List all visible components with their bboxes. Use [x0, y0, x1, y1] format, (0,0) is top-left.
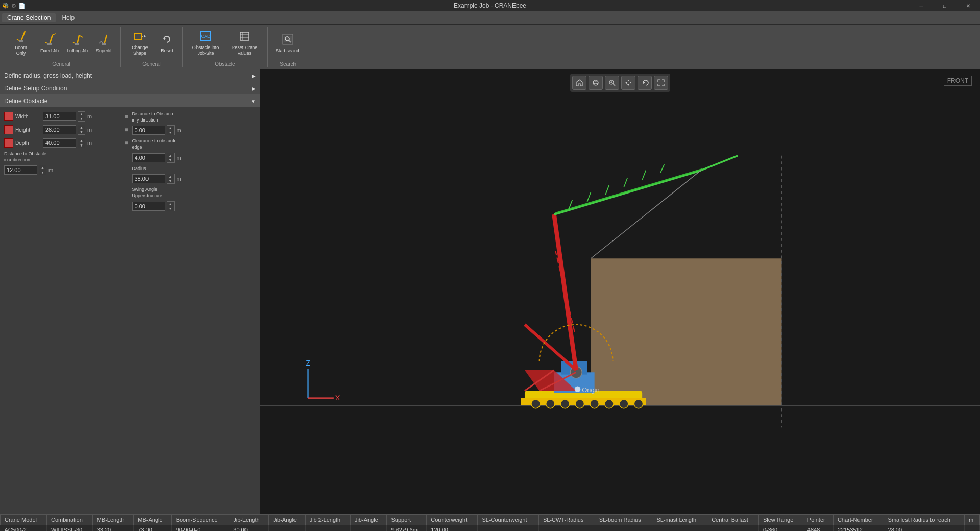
col-slew-range[interactable]: Slew Range — [758, 515, 803, 525]
depth-label: Depth — [15, 140, 41, 146]
depth-input[interactable] — [43, 138, 76, 148]
svg-rect-2 — [19, 40, 23, 42]
boom-only-button[interactable]: Boom Only — [6, 27, 36, 59]
swing-dn[interactable]: ▼ — [167, 206, 174, 211]
col-jib-length[interactable]: Jib-Length — [229, 515, 269, 525]
section-radius-height-header[interactable]: Define radius, gross load, height ▶ — [0, 69, 260, 82]
section-obstacle-label: Define Obstacle — [4, 98, 47, 105]
depth-icon[interactable] — [4, 138, 13, 148]
col-boom-sequence[interactable]: Boom-Sequence — [172, 515, 229, 525]
pan-button[interactable] — [621, 76, 635, 90]
col-m[interactable]: m — [965, 515, 980, 525]
col-smallest-radius[interactable]: Smallest Radius to reach — [884, 515, 965, 525]
luffing-jib-label: Luffing Jib — [67, 48, 88, 54]
col-sl-cwt-radius[interactable]: SL-CWT-Radius — [538, 515, 595, 525]
depth-up[interactable]: ▲ — [78, 138, 85, 143]
dist-x-input[interactable] — [4, 165, 37, 175]
swing-input[interactable] — [132, 202, 165, 211]
depth-dn[interactable]: ▼ — [78, 143, 85, 148]
reset-button[interactable]: Reset — [156, 30, 178, 56]
col-mb-angle[interactable]: MB-Angle — [134, 515, 172, 525]
results-table: Crane Model Combination MB-Length MB-Ang… — [0, 514, 980, 531]
section-setup-condition: Define Setup Condition ▶ — [0, 82, 260, 95]
zoom-fit-button[interactable] — [605, 76, 619, 90]
radius-r-input[interactable] — [132, 174, 165, 183]
dist-y-label: Distance to Obstaclein y-direction — [132, 111, 256, 123]
window-controls: ─ □ ✕ — [910, 0, 980, 11]
row-dist-y: Distance to Obstaclein y-direction ▲ ▼ m — [132, 111, 256, 135]
col-chart-number[interactable]: Chart-Number — [833, 515, 884, 525]
svg-line-7 — [77, 35, 79, 44]
dist-y-dn[interactable]: ▼ — [167, 130, 174, 135]
col-central-ballast[interactable]: Central Ballast — [707, 515, 759, 525]
width-up[interactable]: ▲ — [78, 112, 85, 116]
col-support[interactable]: Support — [387, 515, 427, 525]
dist-x-up[interactable]: ▲ — [39, 165, 46, 170]
height-dn[interactable]: ▼ — [78, 130, 85, 134]
menu-bar: Crane Selection Help — [0, 11, 980, 25]
col-sl-mast-length[interactable]: SL-mast Length — [652, 515, 707, 525]
superlift-button[interactable]: Superlift — [92, 30, 116, 56]
window-title: Example Job - CRANEbee — [454, 2, 526, 9]
toolbar-search-label: Search — [272, 60, 304, 67]
width-input[interactable] — [43, 112, 76, 121]
swing-up[interactable]: ▲ — [167, 202, 174, 206]
height-arrows: ▲ ▼ — [78, 125, 85, 135]
col-mb-length[interactable]: MB-Length — [92, 515, 134, 525]
table-cell-0-4: 90-90-0-0 — [172, 525, 229, 532]
clearance-up[interactable]: ▲ — [167, 153, 174, 158]
menu-crane-selection[interactable]: Crane Selection — [2, 13, 56, 22]
maximize-button[interactable]: □ — [933, 0, 957, 11]
section-setup-condition-header[interactable]: Define Setup Condition ▶ — [0, 82, 260, 94]
luffing-jib-icon — [70, 32, 84, 46]
width-dn[interactable]: ▼ — [78, 116, 85, 121]
col-jib-angle2[interactable]: Jib-Angle — [350, 515, 387, 525]
col-sl-boom-radius[interactable]: SL-boom Radius — [595, 515, 652, 525]
height-input[interactable] — [43, 125, 76, 134]
height-icon[interactable] — [4, 125, 13, 134]
change-shape-button[interactable]: Change Shape — [125, 27, 155, 59]
dist-y-up[interactable]: ▲ — [167, 126, 174, 130]
col-jib-angle[interactable]: Jib-Angle — [269, 515, 306, 525]
orbit-button[interactable] — [589, 76, 603, 90]
svg-text:CAD: CAD — [201, 34, 211, 39]
section-obstacle-header[interactable]: Define Obstacle ▼ — [0, 95, 260, 107]
radius-r-up[interactable]: ▲ — [167, 174, 174, 179]
fixed-jib-label: Fixed Jib — [40, 48, 59, 54]
menu-help[interactable]: Help — [57, 13, 80, 22]
col-sl-counterweight[interactable]: SL-Counterweight — [478, 515, 539, 525]
clearance-input[interactable] — [132, 153, 165, 162]
start-search-button[interactable]: Start search — [272, 30, 304, 56]
chevron2: ▶ — [252, 86, 256, 91]
col-combination[interactable]: Combination — [47, 515, 93, 525]
radius-r-dn[interactable]: ▼ — [167, 179, 174, 183]
clearance-dn[interactable]: ▼ — [167, 158, 174, 162]
luffing-jib-button[interactable]: Luffing Jib — [63, 30, 91, 56]
fullscreen-button[interactable] — [654, 76, 668, 90]
col-crane-model[interactable]: Crane Model — [1, 515, 47, 525]
home-button[interactable] — [572, 76, 586, 90]
fixed-jib-button[interactable]: Fixed Jib — [37, 30, 62, 56]
width-icon[interactable] — [4, 112, 13, 121]
close-button[interactable]: ✕ — [957, 0, 980, 11]
height-unit: m — [87, 127, 92, 133]
dist-y-input[interactable] — [132, 126, 165, 135]
table-row[interactable]: AC500-2WIHISSL-3033.2073.0090-90-0-030.0… — [1, 525, 980, 532]
svg-point-53 — [634, 400, 643, 408]
clearance-unit: m — [177, 155, 181, 161]
col-jib2-length[interactable]: Jib 2-Length — [305, 515, 350, 525]
minimize-button[interactable]: ─ — [910, 0, 933, 11]
toolbar-general-label2: General — [125, 60, 178, 67]
table-cell-0-1: WIHISSL-30 — [47, 525, 93, 532]
table-container[interactable]: Crane Model Combination MB-Length MB-Ang… — [0, 514, 980, 531]
col-pointer[interactable]: Pointer — [803, 515, 833, 525]
reset-crane-values-button[interactable]: Reset Crane Values — [226, 27, 263, 59]
height-up[interactable]: ▲ — [78, 125, 85, 130]
obstacle-job-site-button[interactable]: CAD Obstacle into Job-Site — [187, 27, 225, 59]
toolbar-buttons-obstacle: CAD Obstacle into Job-Site Reset Crane V… — [187, 27, 263, 59]
undo-button[interactable] — [638, 76, 652, 90]
col-counterweight[interactable]: Counterweight — [427, 515, 478, 525]
depth-arrows: ▲ ▼ — [78, 138, 85, 148]
dist-x-dn[interactable]: ▼ — [39, 170, 46, 175]
svg-text:X: X — [335, 394, 340, 402]
